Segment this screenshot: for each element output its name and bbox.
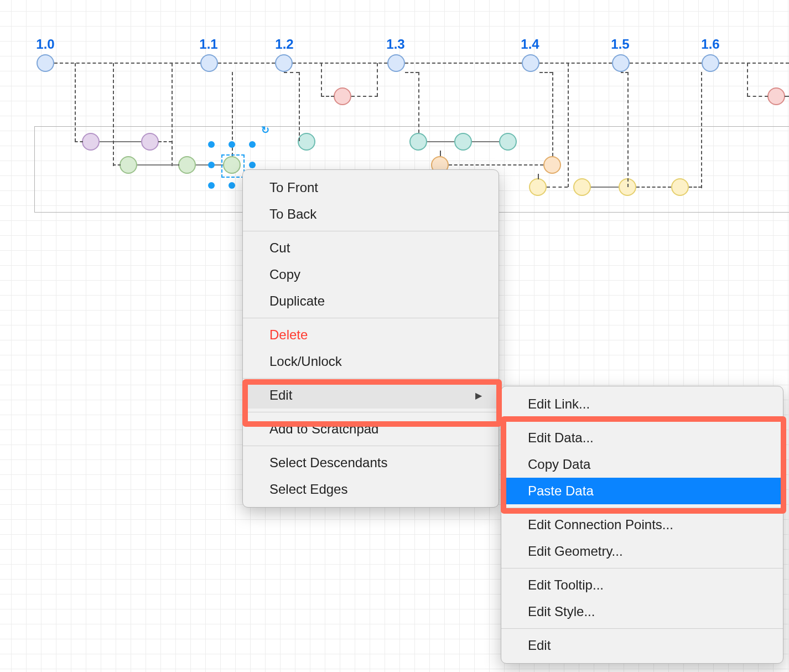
menu-separator	[243, 378, 499, 379]
menu-item-edit[interactable]: Edit	[501, 632, 783, 659]
menu-item-cut[interactable]: Cut	[243, 235, 499, 261]
submenu-arrow-icon: ▶	[475, 390, 482, 401]
edge	[137, 164, 178, 166]
edge	[427, 141, 454, 142]
red-node[interactable]	[334, 87, 351, 105]
edge	[299, 72, 300, 141]
selection-handle[interactable]	[229, 182, 235, 189]
edge	[636, 187, 671, 188]
edge	[621, 72, 628, 73]
menu-item-add-to-scratchpad[interactable]: Add to Scratchpad	[243, 416, 499, 442]
edge	[405, 63, 522, 64]
version-label: 1.1	[192, 37, 225, 52]
edge	[539, 63, 612, 64]
menu-item-label: Copy	[269, 267, 300, 282]
context-submenu-edit[interactable]: Edit Link...Edit Data...Copy DataPaste D…	[501, 386, 783, 664]
version-label: 1.6	[694, 37, 727, 52]
edge	[100, 141, 141, 142]
edge	[113, 164, 121, 166]
menu-item-select-descendants[interactable]: Select Descendants	[243, 449, 499, 476]
release-node[interactable]	[37, 54, 54, 72]
selection-handle[interactable]	[208, 162, 215, 168]
menu-item-edit[interactable]: Edit▶	[243, 382, 499, 409]
menu-item-label: Cut	[269, 240, 290, 256]
yellow-node[interactable]	[573, 178, 591, 196]
selection-handle[interactable]	[208, 141, 215, 148]
menu-item-label: Delete	[269, 327, 308, 343]
menu-item-label: Edit Geometry...	[528, 544, 623, 559]
edge	[284, 72, 299, 73]
yellow-node[interactable]	[671, 178, 689, 196]
release-node[interactable]	[522, 54, 539, 72]
selection-handle[interactable]	[229, 141, 235, 148]
version-label: 1.4	[513, 37, 547, 52]
menu-item-edit-style[interactable]: Edit Style...	[501, 598, 783, 625]
edge	[552, 72, 553, 156]
menu-item-edit-link[interactable]: Edit Link...	[501, 391, 783, 417]
menu-item-lock-unlock[interactable]: Lock/Unlock	[243, 348, 499, 375]
purple-node[interactable]	[141, 133, 159, 151]
menu-item-paste-data[interactable]: Paste Data	[501, 478, 783, 504]
selection-handle[interactable]	[249, 141, 256, 148]
menu-item-to-front[interactable]: To Front	[243, 174, 499, 201]
edge	[113, 63, 114, 166]
rotate-handle-icon[interactable]: ↻	[261, 124, 271, 134]
orange-node[interactable]	[543, 156, 561, 174]
purple-node[interactable]	[82, 133, 100, 151]
menu-item-to-back[interactable]: To Back	[243, 201, 499, 228]
menu-item-copy-data[interactable]: Copy Data	[501, 451, 783, 478]
green-node[interactable]	[178, 156, 196, 174]
red-node[interactable]	[767, 87, 785, 105]
version-label: 1.0	[29, 37, 62, 52]
menu-item-delete[interactable]: Delete	[243, 322, 499, 348]
menu-item-edit-geometry[interactable]: Edit Geometry...	[501, 538, 783, 565]
edge	[321, 63, 322, 96]
edge	[701, 72, 702, 188]
menu-item-edit-data[interactable]: Edit Data...	[501, 425, 783, 451]
edge	[747, 96, 768, 97]
menu-item-edit-tooltip[interactable]: Edit Tooltip...	[501, 572, 783, 598]
edge	[539, 72, 553, 73]
menu-separator	[243, 231, 499, 231]
edge	[449, 164, 543, 166]
teal-node[interactable]	[298, 133, 315, 151]
edge	[54, 63, 200, 64]
menu-item-label: Lock/Unlock	[269, 354, 342, 369]
edge	[719, 63, 789, 64]
menu-item-label: Edit	[528, 638, 551, 653]
yellow-node[interactable]	[529, 178, 547, 196]
menu-item-select-edges[interactable]: Select Edges	[243, 476, 499, 503]
version-label: 1.5	[604, 37, 637, 52]
menu-item-duplicate[interactable]: Duplicate	[243, 288, 499, 314]
edge	[689, 187, 702, 188]
teal-node[interactable]	[499, 133, 517, 151]
edge	[75, 141, 83, 142]
menu-item-label: Edit Tooltip...	[528, 577, 604, 593]
selection-handle[interactable]	[208, 182, 215, 189]
release-node[interactable]	[702, 54, 719, 72]
teal-node[interactable]	[454, 133, 472, 151]
context-menu[interactable]: To FrontTo BackCutCopyDuplicateDeleteLoc…	[242, 169, 499, 508]
edge	[568, 63, 569, 187]
release-node[interactable]	[275, 54, 293, 72]
selection-handle[interactable]	[249, 162, 256, 168]
menu-separator	[501, 568, 783, 568]
menu-separator	[501, 508, 783, 508]
menu-separator	[501, 421, 783, 421]
menu-item-label: Edit Connection Points...	[528, 517, 673, 533]
edge	[547, 187, 568, 188]
release-node[interactable]	[612, 54, 630, 72]
release-node[interactable]	[387, 54, 405, 72]
menu-item-label: To Front	[269, 180, 318, 195]
diagram-canvas[interactable]: 1.0 1.1 1.2 1.3 1.4 1.5 1.6	[0, 0, 789, 672]
edge	[630, 63, 702, 64]
release-node[interactable]	[200, 54, 218, 72]
teal-node[interactable]	[409, 133, 427, 151]
menu-item-label: Select Edges	[269, 482, 347, 497]
green-node[interactable]	[120, 156, 137, 174]
edge	[218, 63, 275, 64]
edge	[321, 96, 334, 97]
menu-item-edit-connection-points[interactable]: Edit Connection Points...	[501, 511, 783, 538]
menu-item-copy[interactable]: Copy	[243, 261, 499, 288]
menu-separator	[243, 446, 499, 446]
